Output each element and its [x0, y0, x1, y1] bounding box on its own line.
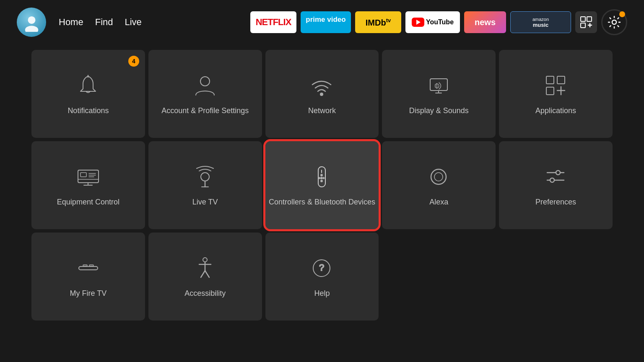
svg-rect-4 [581, 23, 585, 28]
accessibility-tile[interactable]: Accessibility [148, 233, 262, 321]
equipment-control-tile[interactable]: Equipment Control [31, 141, 145, 229]
network-label: Network [308, 106, 336, 116]
account-profile-label: Account & Profile Settings [161, 106, 249, 116]
display-sounds-tile[interactable]: Display & Sounds [382, 50, 496, 138]
svg-point-39 [431, 169, 446, 184]
svg-rect-3 [587, 17, 592, 21]
news-label: news [475, 18, 496, 27]
svg-point-34 [321, 174, 322, 176]
alexa-label: Alexa [429, 197, 448, 207]
antenna-icon [192, 163, 219, 191]
imdb-button[interactable]: IMDbtv [355, 11, 401, 33]
svg-point-10 [320, 93, 323, 96]
settings-grid: 4 Notifications Account & Profile Settin… [0, 47, 644, 324]
alexa-icon [425, 163, 452, 191]
my-fire-tv-label: My Fire TV [70, 289, 107, 298]
applications-label: Applications [535, 106, 576, 116]
youtube-label: YouTube [426, 18, 454, 26]
youtube-button[interactable]: YouTube [405, 11, 460, 33]
nav-links: Home Find Live [59, 17, 142, 28]
svg-text:?: ? [319, 262, 324, 273]
app-shortcuts: NETFLIX prime video ▴▴▴ IMDbtv YouTube n… [250, 9, 627, 35]
my-fire-tv-tile[interactable]: My Fire TV [31, 233, 145, 321]
svg-rect-15 [546, 76, 554, 84]
svg-rect-45 [79, 266, 98, 270]
account-profile-tile[interactable]: Account & Profile Settings [148, 50, 262, 138]
remote-icon [308, 163, 335, 191]
svg-point-42 [556, 171, 560, 175]
svg-rect-2 [581, 17, 585, 21]
news-button[interactable]: news [464, 11, 506, 33]
alexa-tile[interactable]: Alexa [382, 141, 496, 229]
live-tv-label: Live TV [192, 197, 218, 207]
svg-rect-47 [89, 265, 93, 266]
svg-point-40 [434, 173, 443, 181]
notification-badge: 4 [128, 56, 139, 67]
imdb-label: IMDbtv [366, 17, 391, 28]
preferences-tile[interactable]: Preferences [499, 141, 613, 229]
nav-home[interactable]: Home [59, 17, 83, 28]
preferences-label: Preferences [535, 197, 576, 207]
notifications-label: Notifications [68, 106, 109, 116]
avatar[interactable] [17, 8, 46, 37]
display-sounds-label: Display & Sounds [409, 106, 469, 116]
apps-grid-icon [542, 72, 569, 99]
netflix-label: NETFLIX [256, 17, 291, 28]
svg-rect-25 [80, 173, 86, 177]
svg-point-7 [612, 20, 616, 24]
sliders-icon [542, 163, 569, 191]
live-tv-tile[interactable]: Live TV [148, 141, 262, 229]
help-tile[interactable]: ? Help [265, 233, 379, 321]
header: Home Find Live NETFLIX prime video ▴▴▴ I… [0, 0, 644, 44]
monitor-icon [75, 163, 102, 191]
svg-rect-17 [546, 87, 554, 95]
svg-rect-46 [83, 265, 87, 266]
svg-line-51 [201, 271, 205, 277]
help-icon: ? [308, 255, 335, 282]
svg-rect-16 [557, 76, 565, 84]
applications-tile[interactable]: Applications [499, 50, 613, 138]
svg-line-52 [205, 271, 209, 277]
amazonmusic-button[interactable]: amazon music [510, 11, 571, 33]
primevideo-button[interactable]: prime video ▴▴▴ [301, 11, 351, 33]
svg-point-44 [550, 178, 554, 182]
nav-find[interactable]: Find [95, 17, 113, 28]
notifications-tile[interactable]: 4 Notifications [31, 50, 145, 138]
equipment-control-label: Equipment Control [57, 197, 119, 207]
controllers-bluetooth-label: Controllers & Bluetooth Devices [269, 197, 375, 207]
svg-point-38 [323, 177, 325, 178]
settings-notification-dot [619, 11, 625, 17]
svg-point-1 [25, 26, 38, 32]
svg-point-0 [28, 16, 35, 23]
bell-icon [75, 72, 102, 99]
primevideo-label: prime video [306, 16, 345, 24]
help-label: Help [314, 289, 330, 298]
netflix-button[interactable]: NETFLIX [250, 11, 296, 33]
grid-icon-button[interactable] [575, 11, 597, 33]
svg-point-36 [321, 180, 322, 182]
svg-point-35 [321, 177, 322, 179]
settings-button[interactable] [601, 9, 627, 35]
svg-point-29 [201, 173, 209, 181]
firetv-icon [75, 255, 102, 282]
network-tile[interactable]: Network [265, 50, 379, 138]
svg-point-37 [319, 177, 320, 178]
display-sound-icon [425, 72, 452, 99]
person-icon [192, 72, 219, 99]
controllers-bluetooth-tile[interactable]: Controllers & Bluetooth Devices [265, 141, 379, 229]
accessibility-icon [192, 255, 219, 282]
nav-live[interactable]: Live [125, 17, 141, 28]
accessibility-label: Accessibility [184, 289, 226, 298]
svg-point-9 [200, 77, 210, 86]
svg-rect-20 [78, 170, 99, 183]
svg-point-48 [203, 258, 207, 262]
wifi-icon [308, 72, 335, 99]
